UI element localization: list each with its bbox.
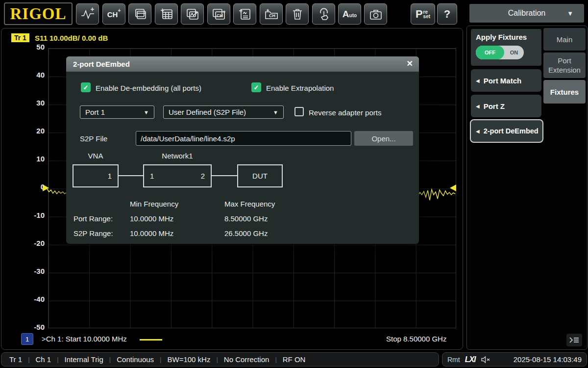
separator: |: [28, 356, 29, 363]
s2p-file-input[interactable]: /data/UserData/line/line4.s2p: [136, 131, 351, 146]
type-select-value: User Defined (S2P File): [169, 108, 246, 116]
enable-extrapolation-checkbox[interactable]: ✓: [251, 82, 261, 92]
rigol-logo-text: RIGOL: [10, 5, 66, 23]
help-button[interactable]: ?: [437, 3, 457, 25]
channel-number-badge[interactable]: 1: [21, 333, 33, 345]
preset-icon: P reset: [416, 8, 430, 21]
svg-text:CH: CH: [217, 13, 223, 18]
touch-icon: [318, 8, 330, 21]
chevron-left-icon: ◀: [476, 104, 480, 109]
reverse-adapter-label: Reverse adapter ports: [309, 108, 381, 117]
network-port1-number: 1: [150, 172, 154, 180]
apply-fixtures-label: Apply Fixtures: [476, 33, 527, 41]
status-bar: Tr 1| Ch 1| Internal Trig| Continuous| B…: [0, 351, 588, 368]
type-select-dropdown[interactable]: User Defined (S2P File) ▼: [163, 105, 284, 119]
port-range-max: 8.50000 GHz: [224, 214, 268, 223]
add-trace-window-button[interactable]: [181, 3, 204, 25]
sidebar-item-2port-deembed[interactable]: ◀ 2-port DeEmbed: [470, 119, 543, 143]
enable-deembedding-checkbox[interactable]: ✓: [81, 82, 91, 92]
vna-box: 1: [73, 164, 119, 187]
auto-scale-button[interactable]: Auto: [338, 3, 361, 25]
s2p-file-label: S2P File: [80, 134, 107, 143]
status-trigger[interactable]: Internal Trig: [65, 355, 103, 364]
s2p-file-path: /data/UserData/line/line4.s2p: [141, 134, 235, 143]
deembed-dialog: 2-port DeEmbed ✕ ✓ Enable De-embedding (…: [66, 56, 419, 244]
dialog-title: 2-port DeEmbed: [73, 60, 130, 68]
window-icon: [133, 8, 147, 21]
port-select-dropdown[interactable]: Port 1 ▼: [80, 105, 154, 119]
lxi-indicator: LXI: [465, 355, 476, 364]
reverse-adapter-checkbox[interactable]: [294, 107, 304, 116]
status-left-box: Tr 1| Ch 1| Internal Trig| Continuous| B…: [1, 352, 439, 367]
trace-window-icon: [186, 8, 199, 21]
network1-label: Network1: [143, 152, 212, 160]
deembed-label: 2-port DeEmbed: [484, 127, 539, 135]
separator: |: [160, 356, 161, 363]
delete-button[interactable]: [286, 3, 309, 25]
tab-fixtures[interactable]: Fixtures: [543, 80, 586, 104]
touch-mode-button[interactable]: [312, 3, 335, 25]
check-icon: ✓: [83, 84, 89, 91]
apply-fixtures-panel: Apply Fixtures OFF ON: [471, 29, 541, 66]
channel-add-icon: CH+: [107, 10, 121, 19]
trace-color-indicator: [140, 339, 162, 341]
toggle-on-segment[interactable]: ON: [504, 46, 524, 59]
auto-icon: Auto: [343, 9, 357, 20]
calibration-menu-title: Calibration: [508, 9, 545, 18]
sidebar-item-port-match[interactable]: ◀ Port Match: [471, 69, 541, 92]
status-rf[interactable]: RF ON: [283, 355, 306, 364]
port-select-value: Port 1: [85, 108, 105, 116]
separator: |: [109, 356, 111, 363]
speaker-muted-icon[interactable]: [481, 356, 490, 364]
status-sweep[interactable]: Continuous: [117, 355, 154, 364]
open-button[interactable]: Open...: [354, 131, 413, 146]
status-channel[interactable]: Ch 1: [36, 355, 51, 364]
channel-add-button[interactable]: CH+: [102, 3, 125, 25]
chevron-left-icon: ◀: [476, 129, 480, 134]
measurement-table-icon: [160, 8, 173, 21]
folder-channel-icon: CH: [264, 8, 279, 21]
max-frequency-header: Max Frequency: [224, 200, 275, 208]
channel-start-label[interactable]: >Ch 1: Start 10.0000 MHz: [42, 335, 127, 343]
collapse-menu-icon: [569, 336, 580, 344]
port-range-label: Port Range:: [74, 214, 113, 223]
screenshot-button[interactable]: [364, 3, 387, 25]
window-layout-button[interactable]: [128, 3, 151, 25]
tab-main[interactable]: Main: [543, 28, 586, 51]
close-icon[interactable]: ✕: [407, 59, 413, 68]
measurement-setup-button[interactable]: [155, 3, 178, 25]
channel-stop-label[interactable]: Stop 8.50000 GHz: [386, 335, 446, 343]
tab-port-extension[interactable]: Port Extension: [543, 53, 586, 78]
network-port2-number: 2: [201, 172, 205, 180]
port-range-min: 10.0000 MHz: [130, 214, 173, 223]
dialog-titlebar[interactable]: 2-port DeEmbed ✕: [66, 56, 419, 72]
status-bandwidth[interactable]: BW=100 kHz: [167, 355, 210, 364]
channel-folder-button[interactable]: CH: [260, 3, 283, 25]
right-sidebar: Calibration ▼ Apply Fixtures OFF ON ◀ Po…: [466, 0, 588, 351]
channel-window-icon: CH: [212, 8, 226, 21]
separator: |: [57, 356, 58, 363]
toggle-off-segment[interactable]: OFF: [476, 46, 504, 59]
sidebar-item-port-z[interactable]: ◀ Port Z: [471, 95, 541, 117]
trace-add-button[interactable]: [76, 3, 99, 25]
port-z-label: Port Z: [484, 102, 505, 110]
chevron-down-icon: ▼: [567, 10, 573, 17]
tab-port-extension-label: Port Extension: [543, 56, 586, 75]
wire-vna-network: [119, 175, 143, 176]
status-correction[interactable]: No Correction: [224, 355, 270, 364]
apply-fixtures-toggle[interactable]: OFF ON: [476, 46, 524, 59]
add-channel-window-button[interactable]: CH: [207, 3, 230, 25]
sidebar-panel: Apply Fixtures OFF ON ◀ Port Match ◀ Por…: [466, 26, 588, 350]
calibration-menu-header[interactable]: Calibration ▼: [469, 4, 584, 23]
preset-button[interactable]: P reset: [411, 3, 435, 25]
s2p-range-min: 10.0000 MHz: [130, 229, 173, 237]
status-trace[interactable]: Tr 1: [9, 355, 22, 364]
save-trace-data-button[interactable]: [233, 3, 256, 25]
svg-text:CH: CH: [269, 13, 275, 18]
save-trace-icon: [238, 8, 252, 21]
trash-icon: [291, 8, 304, 21]
separator: |: [216, 356, 218, 363]
hide-menu-button[interactable]: [566, 334, 582, 346]
camera-icon: [369, 8, 383, 20]
vna-port-number: 1: [108, 172, 112, 180]
